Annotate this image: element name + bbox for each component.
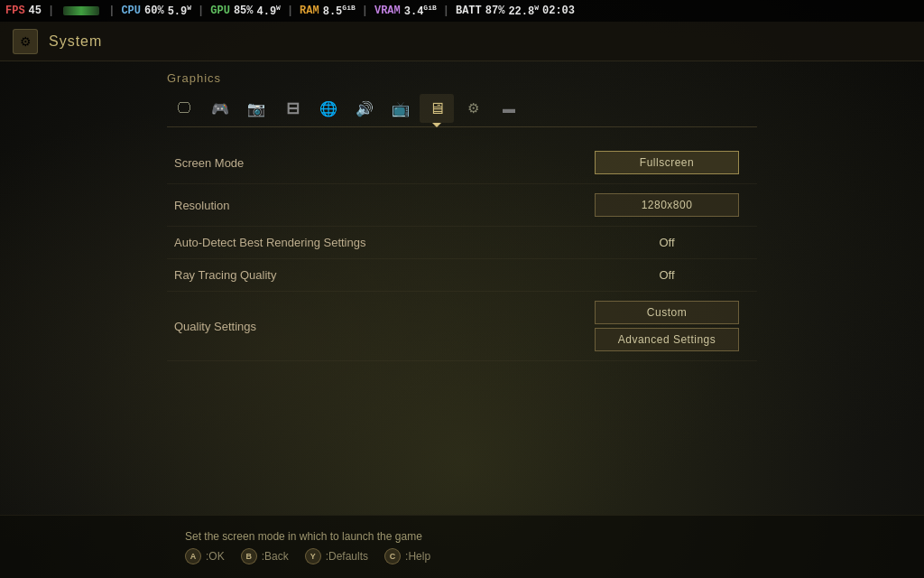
controls-row: A :OK B :Back Y :Defaults C :Help xyxy=(185,548,739,564)
btn-c: C xyxy=(384,548,401,564)
advanced-settings-button[interactable]: Advanced Settings xyxy=(595,328,739,351)
control-ok: A :OK xyxy=(185,548,225,564)
quality-settings-label: Quality Settings xyxy=(167,320,577,333)
title-bar: ⚙ System xyxy=(0,22,924,61)
bottom-bar: Set the screen mode in which to launch t… xyxy=(0,515,924,578)
screen-mode-controls: Fullscreen xyxy=(577,151,757,174)
fps-label: FPS xyxy=(5,5,25,17)
tab-icons-row: 🖵 🎮 📷 ⊟ 🌐 🔊 📺 🖥 ⚙ xyxy=(167,94,757,127)
section-label: Graphics xyxy=(167,71,757,85)
tab-extra[interactable]: ▬ xyxy=(492,94,526,123)
btn-b-label: :Back xyxy=(262,550,289,563)
batt-watts: 22.8W xyxy=(508,4,539,18)
btn-a: A xyxy=(185,548,201,564)
main-content: ⚙ System Graphics 🖵 🎮 📷 ⊟ 🌐 🔊 xyxy=(0,22,924,578)
auto-detect-row: Auto-Detect Best Rendering Settings Off xyxy=(167,227,757,259)
tab-controller[interactable]: 🎮 xyxy=(203,94,237,123)
btn-y: Y xyxy=(305,548,321,564)
batt-label: BATT xyxy=(456,5,482,17)
hint-text: Set the screen mode in which to launch t… xyxy=(185,530,739,543)
batt-pct: 87% xyxy=(485,5,505,17)
tab-tools[interactable]: ⚙ xyxy=(456,94,490,123)
fps-graph xyxy=(63,6,99,15)
control-help: C :Help xyxy=(384,548,430,564)
ray-tracing-row: Ray Tracing Quality Off xyxy=(167,259,757,292)
tab-sound[interactable]: 🔊 xyxy=(347,94,382,123)
ram-value: 8.5GiB xyxy=(323,4,356,18)
gpu-watts: 4.9W xyxy=(256,4,280,18)
ram-label: RAM xyxy=(300,5,319,17)
resolution-label: Resolution xyxy=(167,199,577,212)
ray-tracing-label: Ray Tracing Quality xyxy=(167,268,577,282)
cpu-pct: 60% xyxy=(144,5,164,17)
quality-settings-row: Quality Settings Custom Advanced Setting… xyxy=(167,292,757,361)
tab-hud[interactable]: 🖵 xyxy=(167,94,201,123)
tab-display3[interactable]: 📺 xyxy=(383,94,418,123)
tab-camera[interactable]: 📷 xyxy=(239,94,273,123)
settings-panel: Graphics 🖵 🎮 📷 ⊟ 🌐 🔊 📺 xyxy=(167,71,757,506)
ray-tracing-value: Off xyxy=(577,268,757,282)
screen-mode-button[interactable]: Fullscreen xyxy=(595,151,739,174)
tab-graphics[interactable]: 🖥 xyxy=(420,94,454,123)
fps-value: 45 xyxy=(29,5,42,17)
gpu-pct: 85% xyxy=(234,5,254,17)
vram-label: VRAM xyxy=(374,5,401,17)
gpu-label: GPU xyxy=(210,5,230,17)
resolution-row: Resolution 1280x800 xyxy=(167,184,757,227)
btn-y-label: :Defaults xyxy=(326,550,368,563)
quality-settings-controls: Custom Advanced Settings xyxy=(577,301,757,351)
control-back: B :Back xyxy=(241,548,289,564)
cpu-watts: 5.9W xyxy=(168,4,191,18)
resolution-button[interactable]: 1280x800 xyxy=(595,193,739,217)
title-icon: ⚙ xyxy=(13,29,38,54)
hud-bar: FPS 45 | | CPU 60% 5.9W | GPU 85% 4.9W |… xyxy=(0,0,924,22)
resolution-controls: 1280x800 xyxy=(577,193,757,217)
tab-network[interactable]: 🌐 xyxy=(311,94,346,123)
cpu-label: CPU xyxy=(121,5,141,17)
tab-display2[interactable]: ⊟ xyxy=(275,94,310,123)
quality-custom-button[interactable]: Custom xyxy=(595,301,739,324)
hud-time: 02:03 xyxy=(542,5,575,17)
control-defaults: Y :Defaults xyxy=(305,548,368,564)
screen-mode-label: Screen Mode xyxy=(167,156,577,170)
btn-c-label: :Help xyxy=(405,550,430,563)
auto-detect-value: Off xyxy=(577,236,757,249)
screen-mode-row: Screen Mode Fullscreen xyxy=(167,142,757,184)
btn-a-label: :OK xyxy=(206,550,225,563)
vram-value: 3.4GiB xyxy=(404,4,437,18)
btn-b: B xyxy=(241,548,257,564)
auto-detect-label: Auto-Detect Best Rendering Settings xyxy=(167,236,577,249)
page-title: System xyxy=(49,33,102,50)
settings-rows: Screen Mode Fullscreen Resolution 1280x8… xyxy=(167,142,757,361)
